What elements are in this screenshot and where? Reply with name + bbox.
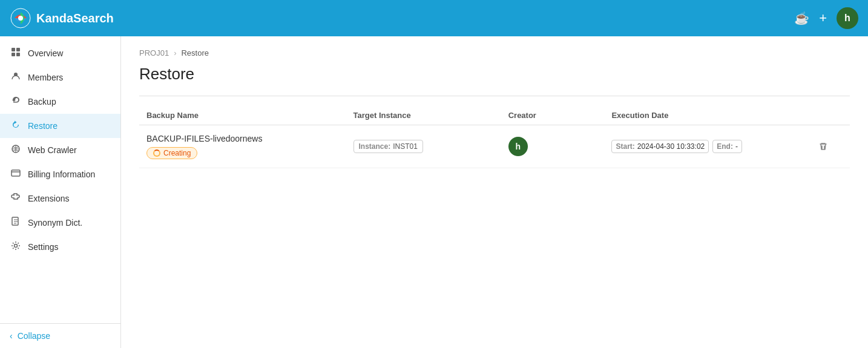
- status-label: Creating: [163, 149, 191, 157]
- table-row: BACKUP-IFILES-livedoornews Creating Inst…: [139, 125, 850, 168]
- svg-point-10: [15, 245, 18, 248]
- breadcrumb-separator: ›: [174, 48, 176, 57]
- sidebar-item-synonym-dict[interactable]: Synonym Dict.: [0, 211, 120, 235]
- col-target-instance: Target Instance: [353, 111, 508, 120]
- svg-point-1: [18, 16, 23, 21]
- svg-rect-8: [12, 170, 20, 176]
- breadcrumb-project[interactable]: PROJ01: [139, 48, 169, 57]
- backup-icon: [10, 96, 22, 108]
- members-icon: [10, 71, 22, 84]
- svg-rect-3: [16, 48, 20, 51]
- instance-value: INST01: [393, 142, 418, 151]
- action-cell: [818, 142, 843, 151]
- sidebar-item-members[interactable]: Members: [0, 65, 120, 90]
- logo-icon: [10, 7, 31, 29]
- sidebar-item-overview[interactable]: Overview: [0, 41, 120, 65]
- collapse-label: Collapse: [18, 331, 50, 341]
- app-name: KandaSearch: [36, 11, 114, 25]
- delete-icon: [818, 142, 828, 151]
- sidebar-item-extensions[interactable]: Extensions: [0, 186, 120, 211]
- creator-cell: h: [508, 137, 612, 156]
- start-date-part: Start: 2024-04-30 10:33:02: [611, 140, 709, 153]
- collapse-button[interactable]: ‹ Collapse: [0, 323, 120, 348]
- end-label: End:: [717, 142, 733, 151]
- instance-label: Instance:: [359, 142, 391, 151]
- creator-avatar: h: [508, 137, 528, 156]
- end-date-part: End: -: [712, 140, 742, 153]
- svg-rect-2: [12, 48, 15, 51]
- backup-name-cell: BACKUP-IFILES-livedoornews Creating: [146, 134, 353, 159]
- sidebar-item-billing[interactable]: Billing Information: [0, 162, 120, 186]
- billing-icon: [10, 168, 22, 180]
- svg-rect-5: [16, 53, 20, 56]
- top-header: KandaSearch ☕ + h: [0, 0, 868, 36]
- table-header: Backup Name Target Instance Creator Exec…: [139, 106, 850, 125]
- sidebar-label-billing: Billing Information: [28, 169, 95, 179]
- sidebar: Overview Members Backup Restore: [0, 36, 121, 348]
- logo-area: KandaSearch: [10, 7, 114, 29]
- sidebar-item-web-crawler[interactable]: Web Crawler: [0, 138, 120, 162]
- add-button[interactable]: +: [819, 10, 827, 26]
- delete-button[interactable]: [818, 142, 828, 151]
- breadcrumb-current: Restore: [181, 48, 209, 57]
- svg-rect-4: [12, 53, 15, 56]
- breadcrumb: PROJ01 › Restore: [139, 48, 850, 57]
- collapse-arrow: ‹: [10, 331, 13, 341]
- end-value: -: [735, 142, 738, 151]
- layout: Overview Members Backup Restore: [0, 36, 868, 348]
- settings-icon: [10, 241, 22, 253]
- sidebar-label-extensions: Extensions: [28, 194, 69, 203]
- col-actions: [818, 111, 843, 120]
- start-value: 2024-04-30 10:33:02: [637, 142, 705, 151]
- col-execution-date: Execution Date: [611, 111, 818, 120]
- execution-date-cell: Start: 2024-04-30 10:33:02 End: -: [611, 140, 818, 153]
- divider: [139, 96, 850, 96]
- synonym-dict-icon: [10, 217, 22, 229]
- sidebar-item-backup[interactable]: Backup: [0, 90, 120, 114]
- sidebar-label-synonym-dict: Synonym Dict.: [28, 218, 82, 228]
- status-badge: Creating: [146, 147, 197, 159]
- puzzle-icon[interactable]: ☕: [794, 11, 809, 25]
- sidebar-label-settings: Settings: [28, 242, 59, 252]
- sidebar-label-overview: Overview: [28, 48, 63, 58]
- sidebar-label-web-crawler: Web Crawler: [28, 145, 77, 155]
- start-label: Start:: [616, 142, 634, 151]
- sidebar-label-backup: Backup: [28, 97, 56, 107]
- status-spinner-icon: [153, 149, 160, 157]
- sidebar-item-restore[interactable]: Restore: [0, 114, 120, 138]
- sidebar-item-settings[interactable]: Settings: [0, 235, 120, 259]
- overview-icon: [10, 47, 22, 59]
- web-crawler-icon: [10, 144, 22, 156]
- sidebar-label-members: Members: [28, 73, 63, 82]
- instance-badge: Instance: INST01: [353, 140, 423, 153]
- col-creator: Creator: [508, 111, 612, 120]
- header-actions: ☕ + h: [794, 7, 858, 29]
- sidebar-nav: Overview Members Backup Restore: [0, 36, 120, 323]
- backup-name-text: BACKUP-IFILES-livedoornews: [146, 134, 353, 143]
- page-title: Restore: [139, 65, 850, 84]
- extensions-icon: [10, 192, 22, 205]
- user-avatar[interactable]: h: [837, 7, 858, 29]
- col-backup-name: Backup Name: [146, 111, 353, 120]
- main-content: PROJ01 › Restore Restore Backup Name Tar…: [121, 36, 868, 348]
- target-instance-cell: Instance: INST01: [353, 140, 508, 153]
- sidebar-label-restore: Restore: [28, 121, 58, 131]
- restore-icon: [10, 120, 22, 132]
